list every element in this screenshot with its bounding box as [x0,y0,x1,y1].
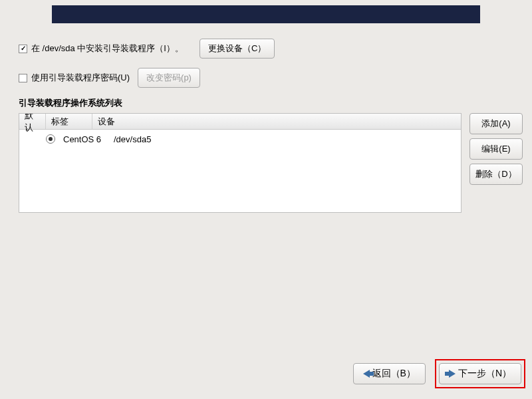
next-button[interactable]: 下一步（N） [439,363,521,384]
row-device: /dev/sda5 [114,134,151,144]
default-radio[interactable] [46,134,55,144]
back-button[interactable]: 返回（B） [353,363,426,384]
os-list-title: 引导装载程序操作系统列表 [19,97,523,109]
install-bootloader-label: 在 /dev/sda 中安装引导装载程序（I）。 [31,43,184,55]
delete-button[interactable]: 删除（D） [469,164,523,185]
row-label: CentOS 6 [63,134,114,144]
change-device-button[interactable]: 更换设备（C） [200,39,275,59]
col-device[interactable]: 设备 [92,114,461,129]
arrow-left-icon [363,370,370,378]
edit-button[interactable]: 编辑(E) [469,138,523,160]
add-button[interactable]: 添加(A) [469,113,523,134]
os-table-header: 默认 标签 设备 [19,114,461,130]
next-highlight: 下一步（N） [435,359,525,388]
table-row[interactable]: CentOS 6 /dev/sda5 [19,130,461,148]
use-password-label: 使用引导装载程序密码(U) [31,72,130,84]
header-banner [52,5,480,23]
install-bootloader-checkbox[interactable] [19,45,27,53]
change-password-button: 改变密码(p) [138,68,200,88]
use-password-checkbox[interactable] [19,74,27,82]
next-label: 下一步（N） [458,368,511,380]
col-default[interactable]: 默认 [19,114,46,129]
back-label: 返回（B） [372,368,416,380]
col-label[interactable]: 标签 [46,114,92,129]
os-table: 默认 标签 设备 CentOS 6 /dev/sda5 [19,113,462,213]
arrow-right-icon [449,370,456,378]
